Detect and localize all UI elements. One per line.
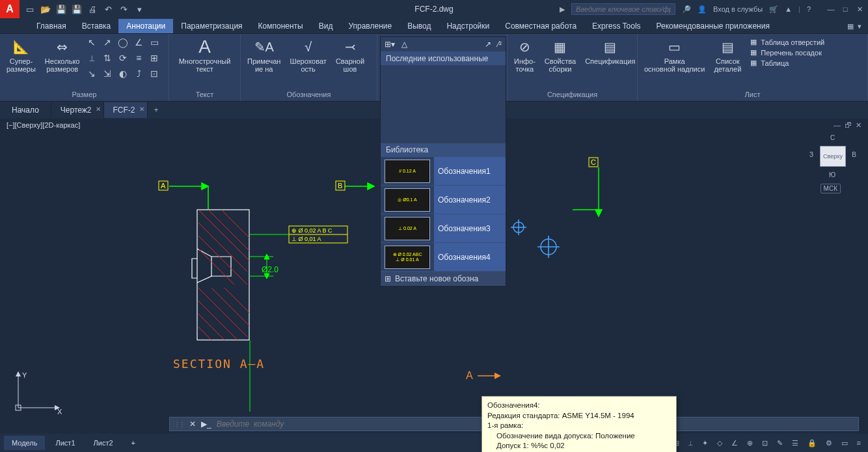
panel-title-dimension[interactable]: Размер (0, 89, 169, 101)
tab-insert[interactable]: Вставка (74, 19, 119, 33)
save-icon[interactable]: 💾 (56, 4, 66, 14)
maximize-button[interactable]: □ (841, 5, 850, 14)
app-menu-button[interactable]: A (0, 0, 20, 18)
dim-icon[interactable]: ≡ (133, 52, 144, 64)
panel-title-spec[interactable]: Спецификация (508, 89, 637, 101)
gallery-item[interactable]: ◎ Ø0.1 AОбозначения2 (381, 185, 506, 214)
status-icon[interactable]: ✎ (774, 436, 786, 450)
close-cmd-icon[interactable]: ✕ (189, 419, 196, 429)
tab-param[interactable]: Параметризация (173, 19, 250, 33)
cart-icon[interactable]: 🛒 (769, 5, 778, 14)
dim-icon[interactable]: ⇅ (102, 52, 113, 64)
vp-restore-icon[interactable]: 🗗 (845, 121, 852, 130)
status-icon[interactable]: 🔒 (804, 436, 820, 450)
mtext-button[interactable]: AМногострочный текст (176, 36, 234, 74)
gallery-tool-icon[interactable]: ↗ (485, 40, 491, 49)
tab-view[interactable]: Вид (311, 19, 341, 33)
close-tab-icon[interactable]: ✕ (139, 106, 144, 113)
status-icon[interactable]: ⊡ (759, 436, 771, 450)
dim-icon[interactable]: ↘ (86, 68, 98, 79)
panel-title-sheet[interactable]: Лист (638, 89, 867, 101)
file-tab-drawing2[interactable]: Чертеж2✕ (51, 102, 104, 118)
help-icon[interactable]: ? (807, 5, 811, 13)
dim-icon[interactable]: ◯ (117, 36, 129, 48)
status-icon[interactable]: ⚙ (822, 436, 835, 450)
user-icon[interactable]: 👤 (698, 5, 707, 14)
vp-min-icon[interactable]: — (834, 121, 841, 130)
status-icon[interactable]: ∠ (728, 436, 741, 450)
new-icon[interactable]: ▭ (25, 4, 35, 14)
dim-icon[interactable]: ⤴ (133, 68, 144, 79)
hole-table-button[interactable]: ▦Таблица отверстий (750, 38, 824, 46)
tab-components[interactable]: Компоненты (251, 19, 311, 33)
open-icon[interactable]: 📂 (40, 4, 51, 14)
view-cube[interactable]: С З В Ю Сверху (811, 134, 855, 178)
layout-tab-model[interactable]: Модель (4, 436, 45, 450)
close-button[interactable]: ✕ (855, 5, 864, 14)
asm-props-button[interactable]: ▦Свойства сборки (542, 36, 578, 74)
infocenter-icon[interactable]: 🔎 (682, 5, 691, 14)
dim-icon[interactable]: ⟳ (117, 52, 129, 64)
login-label[interactable]: Вход в службы (713, 5, 763, 13)
gallery-tool-icon[interactable]: ⊞▾ (385, 40, 395, 49)
file-tab-fcf2[interactable]: FCF-2✕ (104, 102, 148, 118)
close-tab-icon[interactable]: ✕ (96, 106, 101, 113)
dim-icon[interactable]: ↖ (86, 36, 98, 48)
note-button[interactable]: ✎AПримечан ие на (245, 36, 283, 74)
layout-tab-sheet1[interactable]: Лист1 (47, 436, 83, 450)
infopoint-button[interactable]: ⊘Инфо- точка (511, 36, 538, 74)
panel-title-symbols[interactable]: Обозначения (241, 89, 377, 101)
minimize-button[interactable]: — (826, 5, 835, 14)
roughness-button[interactable]: √Шероховат ость (287, 36, 329, 74)
spec-button[interactable]: ▤Спецификация (582, 36, 638, 66)
file-tab-start[interactable]: Начало (3, 102, 51, 118)
dim-icon[interactable]: ↗ (102, 36, 113, 48)
plot-icon[interactable]: 🖨 (87, 4, 98, 14)
tab-addins[interactable]: Надстройки (439, 19, 497, 33)
weld-button[interactable]: ⤙Сварной шов (333, 36, 367, 74)
tab-collab[interactable]: Совместная работа (497, 19, 584, 33)
gallery-item[interactable]: ⊕ Ø 0.02 ABC⊥ Ø 0.01 AОбозначения4 (381, 242, 506, 271)
app-store-icon[interactable]: ▲ (785, 5, 792, 13)
tab-manage[interactable]: Управление (340, 19, 400, 33)
tab-annotations[interactable]: Аннотации (118, 19, 173, 33)
saveas-icon[interactable]: 💾 (72, 4, 82, 14)
gallery-insert-new[interactable]: ⊞Вставьте новое обозна (381, 271, 506, 286)
table-button[interactable]: ▦Таблица (750, 59, 824, 67)
dim-icon[interactable]: ⊞ (148, 52, 160, 64)
gallery-item[interactable]: ⊥ 0.02 AОбозначения3 (381, 214, 506, 242)
status-polar-icon[interactable]: ✦ (699, 436, 711, 450)
grip-icon[interactable]: ⋮⋮ (174, 421, 184, 428)
status-icon[interactable]: ☰ (789, 436, 802, 450)
gallery-tool-icon[interactable]: ⁄² (498, 40, 502, 49)
vp-close-icon[interactable]: ✕ (856, 121, 861, 130)
undo-icon[interactable]: ↶ (103, 4, 113, 14)
partslist-button[interactable]: ▤Список деталей (711, 36, 744, 74)
gallery-item[interactable]: // 0.12 AОбозначения1 (381, 156, 506, 185)
qat-more-icon[interactable]: ▾ (134, 4, 144, 14)
panel-title-text[interactable]: Текст (169, 89, 240, 101)
dim-icon[interactable]: ⟂ (86, 52, 98, 64)
tab-apps[interactable]: Рекомендованные приложения (649, 19, 778, 33)
redo-icon[interactable]: ↷ (118, 4, 129, 14)
dim-icon[interactable]: ⊡ (148, 68, 160, 79)
tab-home[interactable]: Главная (29, 19, 74, 33)
status-menu-icon[interactable]: ≡ (854, 436, 864, 449)
status-icon[interactable]: ▭ (838, 436, 851, 450)
ribbon-extra-icon[interactable]: ▦ (847, 22, 854, 31)
status-ortho-icon[interactable]: ⟂ (685, 436, 696, 449)
layout-tab-add[interactable]: + (124, 436, 143, 450)
tab-output[interactable]: Вывод (400, 19, 439, 33)
dim-icon[interactable]: ◐ (117, 68, 129, 79)
titleblock-button[interactable]: ▭Рамка основной надписи (642, 36, 707, 74)
gallery-tool-icon[interactable]: △ (401, 40, 407, 49)
coord-system-label[interactable]: МСК (821, 184, 841, 193)
tab-express[interactable]: Express Tools (584, 19, 648, 33)
status-icon[interactable]: ⊕ (744, 436, 756, 450)
multi-dim-button[interactable]: ⇔Несколько размеров (42, 36, 83, 74)
search-input[interactable] (571, 3, 675, 15)
dim-icon[interactable]: ⇲ (102, 68, 113, 79)
add-file-tab[interactable]: + (148, 103, 165, 117)
layout-tab-sheet2[interactable]: Лист2 (86, 436, 121, 450)
dim-icon[interactable]: ▭ (148, 36, 160, 48)
